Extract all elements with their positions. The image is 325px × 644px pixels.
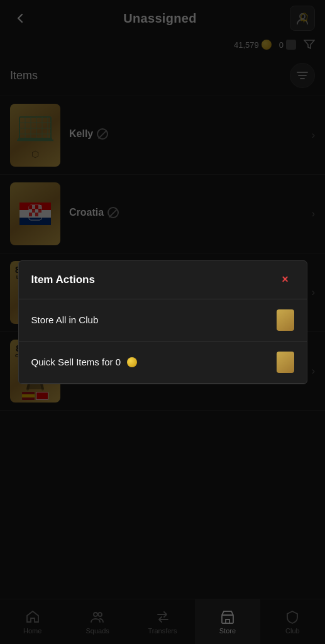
quick-sell-row: Quick Sell Items for 0 bbox=[31, 357, 138, 367]
item-actions-modal: Item Actions × Store All in Club Quick S… bbox=[18, 260, 307, 384]
quick-sell-action[interactable]: Quick Sell Items for 0 bbox=[19, 341, 307, 384]
modal-overlay[interactable]: Item Actions × Store All in Club Quick S… bbox=[0, 0, 325, 644]
modal-header: Item Actions × bbox=[19, 261, 307, 299]
quick-sell-coin-icon bbox=[127, 357, 137, 367]
modal-title: Item Actions bbox=[31, 274, 95, 286]
store-all-action[interactable]: Store All in Club bbox=[19, 299, 307, 341]
quick-sell-label: Quick Sell Items for 0 bbox=[31, 357, 121, 367]
store-all-label: Store All in Club bbox=[31, 314, 99, 325]
modal-close-button[interactable]: × bbox=[277, 271, 294, 289]
store-all-card-icon bbox=[277, 309, 294, 331]
quick-sell-card-icon bbox=[277, 352, 294, 373]
